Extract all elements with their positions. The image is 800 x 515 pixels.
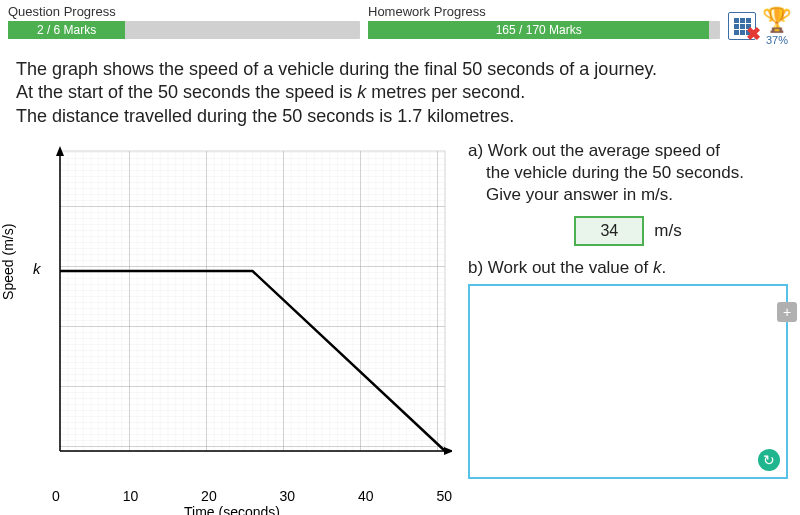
part-a-line2: the vehicle during the 50 seconds. [468, 163, 744, 182]
refresh-button[interactable]: ↻ [758, 449, 780, 471]
question-progress-label: Question Progress [8, 4, 360, 19]
part-a-line3: Give your answer in m/s. [468, 185, 673, 204]
y-axis-label: Speed (m/s) [0, 224, 16, 300]
graph-svg [52, 146, 452, 466]
question-text: The graph shows the speed of a vehicle d… [0, 50, 800, 136]
trophy-block[interactable]: 🏆 37% [762, 6, 792, 46]
part-b: b) Work out the value of k. + ↻ [468, 258, 788, 479]
calculator-icon[interactable]: ✖ [728, 12, 756, 40]
answer-b-input[interactable]: + ↻ [468, 284, 788, 479]
part-b-prompt-a: b) Work out the value of [468, 258, 653, 277]
svg-rect-2 [60, 151, 445, 451]
question-progress-fill: 2 / 6 Marks [8, 21, 125, 39]
homework-progress-bar: 165 / 170 Marks [368, 21, 720, 39]
homework-progress-label: Homework Progress [368, 4, 720, 19]
k-axis-label: k [33, 260, 41, 277]
answer-a-input[interactable]: 34 [574, 216, 644, 246]
svg-marker-6 [444, 447, 452, 455]
homework-progress-fill: 165 / 170 Marks [368, 21, 709, 39]
trophy-icon: 🏆 [762, 6, 792, 34]
part-a-line1: a) Work out the average speed of [468, 141, 720, 160]
answer-a-unit: m/s [654, 221, 681, 241]
part-a: a) Work out the average speed of the veh… [468, 140, 788, 246]
expand-button[interactable]: + [777, 302, 797, 322]
question-line2: At the start of the 50 seconds the speed… [16, 81, 784, 104]
graph-area: Speed (m/s) k [4, 140, 460, 515]
x-axis-ticks: 0 10 20 30 40 50 [52, 488, 452, 504]
question-progress-block: Question Progress 2 / 6 Marks [8, 4, 360, 39]
question-progress-bar: 2 / 6 Marks [8, 21, 360, 39]
question-line3: The distance travelled during the 50 sec… [16, 105, 784, 128]
trophy-percent: 37% [766, 34, 788, 46]
close-icon: ✖ [746, 23, 761, 45]
x-axis-label: Time (seconds) [184, 504, 280, 515]
question-line1: The graph shows the speed of a vehicle d… [16, 58, 784, 81]
part-b-prompt-b: . [661, 258, 666, 277]
homework-progress-block: Homework Progress 165 / 170 Marks [368, 4, 720, 39]
